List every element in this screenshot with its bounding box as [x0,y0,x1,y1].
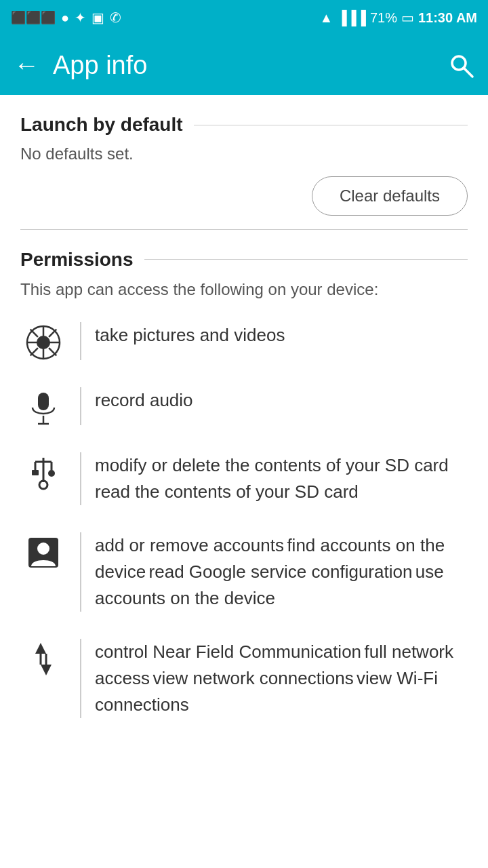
permission-accounts-line3: read Google service configuration [149,561,413,582]
svg-line-9 [49,348,56,355]
permission-mic-line1: record audio [95,390,193,410]
time-label: 11:30 AM [418,10,477,26]
svg-point-23 [37,542,49,555]
svg-line-10 [49,329,56,336]
content-area: Launch by default No defaults set. Clear… [0,114,488,718]
search-icon[interactable] [447,52,474,79]
permission-item-camera: take pictures and videos [20,322,468,360]
permission-sdcard-line2: read the contents of your SD card [95,481,359,502]
account-icon [20,532,66,570]
section-full-divider [20,229,468,230]
launch-by-default-title: Launch by default [20,114,183,136]
perm-separator [80,322,81,360]
svg-marker-26 [41,665,52,675]
svg-line-8 [30,329,38,336]
perm-separator [80,639,81,718]
permission-nfc-texts: control Near Field Communication full ne… [95,639,468,718]
permission-sdcard-texts: modify or delete the contents of your SD… [95,452,468,505]
back-button[interactable]: ← [14,51,39,80]
permission-item-nfc: control Near Field Communication full ne… [20,639,468,718]
svg-point-20 [48,470,55,477]
permission-camera-texts: take pictures and videos [95,322,468,349]
svg-rect-18 [32,470,39,475]
battery-icon: ▭ [401,9,414,26]
permission-item-microphone: record audio [20,387,468,425]
battery-label: 71% [370,10,397,26]
wifi-icon: ▲ [320,10,333,26]
permission-item-accounts: add or remove accounts find accounts on … [20,532,468,612]
whatsapp-icon: ● [61,10,69,26]
gallery-icon: ▣ [92,9,104,26]
status-bar-left: ⬛⬛⬛ ● ✦ ▣ ✆ [11,9,121,26]
perm-separator [80,387,81,425]
permission-accounts-line1: add or remove accounts [95,535,284,555]
permission-mic-texts: record audio [95,387,468,414]
no-defaults-text: No defaults set. [20,142,468,165]
permission-accounts-texts: add or remove accounts find accounts on … [95,532,468,612]
svg-line-11 [30,348,38,355]
svg-point-3 [37,336,50,349]
permission-item-sdcard: modify or delete the contents of your SD… [20,452,468,505]
usb-icon [20,452,66,490]
svg-rect-12 [38,393,49,410]
svg-line-1 [464,68,472,77]
dropbox-icon: ✦ [75,9,86,26]
clear-defaults-button[interactable]: Clear defaults [312,176,468,216]
status-bar: ⬛⬛⬛ ● ✦ ▣ ✆ ▲ ▐▐▐ 71% ▭ 11:30 AM [0,0,488,35]
camera-icon [20,322,66,360]
clear-defaults-row: Clear defaults [20,176,468,216]
perm-separator [80,452,81,505]
launch-by-default-section: Launch by default [20,114,468,136]
permission-camera-line1: take pictures and videos [95,325,285,345]
nfc-icon [20,639,66,677]
app-bar: ← App info [0,35,488,95]
permission-nfc-line1: control Near Field Communication [95,642,361,662]
phone-icon: ✆ [110,9,121,26]
section-divider-launch [194,125,468,125]
signal-icon: ▐▐▐ [337,10,366,26]
permissions-title: Permissions [20,249,134,271]
page-title: App info [53,51,147,80]
app-bar-left: ← App info [14,51,147,80]
messaging-icon: ⬛⬛⬛ [11,10,56,25]
svg-marker-24 [35,643,46,654]
perm-separator [80,532,81,612]
status-bar-right: ▲ ▐▐▐ 71% ▭ 11:30 AM [320,9,477,26]
microphone-icon [20,387,66,425]
permission-nfc-line3: view network connections [152,668,353,688]
permissions-description: This app can access the following on you… [20,277,468,302]
permissions-section-header: Permissions [20,249,468,271]
permission-sdcard-line1: modify or delete the contents of your SD… [95,455,449,475]
section-divider-permissions [144,259,468,260]
